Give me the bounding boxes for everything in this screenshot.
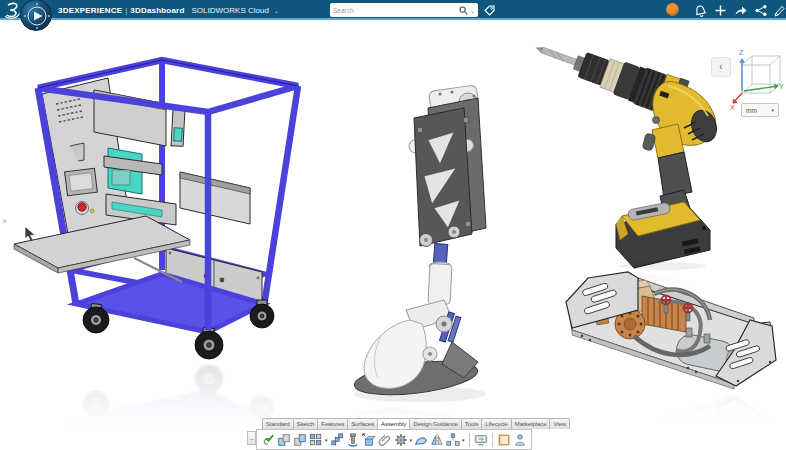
collapse-panel-button[interactable]: ‹: [711, 57, 731, 77]
orientation-viewcube[interactable]: Z Y X: [730, 47, 784, 111]
move-component-icon[interactable]: [362, 433, 376, 447]
app-title: 3DEXPERIENCE | 3DDashboard SOLIDWORKS Cl…: [58, 0, 279, 20]
search-icon[interactable]: [459, 6, 468, 15]
platform-name: SOLIDWORKS Cloud: [192, 6, 269, 15]
tab-surfaces[interactable]: Surfaces: [347, 418, 378, 429]
insert-components-icon[interactable]: [277, 433, 291, 447]
show-hidden-components-icon[interactable]: [474, 433, 488, 447]
tab-tools[interactable]: Tools: [461, 418, 483, 429]
mate-icon[interactable]: [261, 433, 275, 447]
search-options-chevron-icon[interactable]: ⌄: [470, 7, 475, 14]
share-forward-icon[interactable]: [734, 4, 748, 17]
add-plus-icon[interactable]: [714, 4, 727, 17]
back-chevron-icon: ‹: [719, 61, 722, 72]
search-input[interactable]: [333, 7, 459, 14]
tab-lifecycle[interactable]: Lifecycle: [481, 418, 511, 429]
assembly-toolbar: ▾ ▾: [256, 429, 532, 450]
title-separator: |: [125, 6, 127, 15]
tab-design-guidance[interactable]: Design Guidance: [409, 418, 462, 429]
3dexperience-dashboard: 3DEXPERIENCE | 3DDashboard SOLIDWORKS Cl…: [0, 0, 786, 450]
search-bar[interactable]: ⌄: [330, 3, 478, 17]
toolbox-reflection: [538, 392, 784, 432]
tab-view[interactable]: View: [549, 418, 570, 429]
gear-caret-icon[interactable]: ▾: [410, 437, 413, 443]
units-value: mm: [746, 107, 757, 114]
app-name: 3DDashboard: [130, 6, 184, 15]
mirror-components-icon[interactable]: [430, 433, 444, 447]
cordless-drill-model[interactable]: [532, 28, 722, 270]
toolbox-pump-assembly-model[interactable]: [538, 262, 784, 392]
toolbar-separator: [492, 433, 493, 447]
tab-marketplace[interactable]: Marketplace: [511, 418, 551, 429]
axis-y-label: Y: [779, 83, 784, 90]
tab-standard[interactable]: Standard: [262, 418, 294, 429]
share-nodes-icon[interactable]: [754, 4, 767, 17]
brand-name: 3DEXPERIENCE: [58, 6, 122, 15]
expand-panel-chevrons-icon[interactable]: »: [2, 216, 7, 226]
user-avatar[interactable]: [666, 3, 679, 16]
compass-button[interactable]: [20, 0, 52, 31]
axis-x-label: X: [730, 104, 735, 111]
smart-components-icon[interactable]: [414, 433, 428, 447]
topbar: 3DEXPERIENCE | 3DDashboard SOLIDWORKS Cl…: [0, 0, 786, 20]
collapse-chevron-icon: ⌄: [249, 435, 253, 441]
insert-components-alt-icon[interactable]: [293, 433, 307, 447]
attachments-paperclip-icon[interactable]: [378, 433, 392, 447]
prosthetic-leg-model[interactable]: [332, 72, 492, 402]
pen-icon[interactable]: [772, 4, 785, 17]
pattern-driven-component-icon[interactable]: [330, 433, 344, 447]
compass-icon: [21, 0, 53, 32]
toolbar-collapse-button[interactable]: ⌄: [247, 431, 256, 445]
model-canvas: »: [0, 22, 786, 450]
exploded-caret-icon[interactable]: ▾: [462, 437, 465, 443]
chevron-down-icon[interactable]: ⌄: [274, 7, 279, 14]
3ds-logo: [3, 1, 21, 19]
assembly-settings-gear-icon[interactable]: [394, 433, 408, 447]
units-caret-icon: ▾: [771, 107, 774, 113]
linear-component-pattern-icon[interactable]: [309, 433, 323, 447]
assembly-visualization-icon[interactable]: [513, 433, 527, 447]
large-design-review-icon[interactable]: [497, 433, 511, 447]
exploded-view-icon[interactable]: [446, 433, 460, 447]
toolbar-separator: [469, 433, 470, 447]
notifications-bell-icon[interactable]: [694, 4, 707, 18]
units-dropdown[interactable]: mm ▾: [741, 103, 779, 117]
tab-sketch[interactable]: Sketch: [293, 418, 319, 429]
tag-icon[interactable]: [483, 4, 496, 17]
linear-pattern-caret-icon[interactable]: ▾: [325, 437, 328, 443]
axis-z-label: Z: [739, 49, 744, 56]
smart-fasteners-icon[interactable]: [346, 433, 360, 447]
tab-features[interactable]: Features: [317, 418, 348, 429]
machine-cart-model[interactable]: [12, 52, 312, 362]
